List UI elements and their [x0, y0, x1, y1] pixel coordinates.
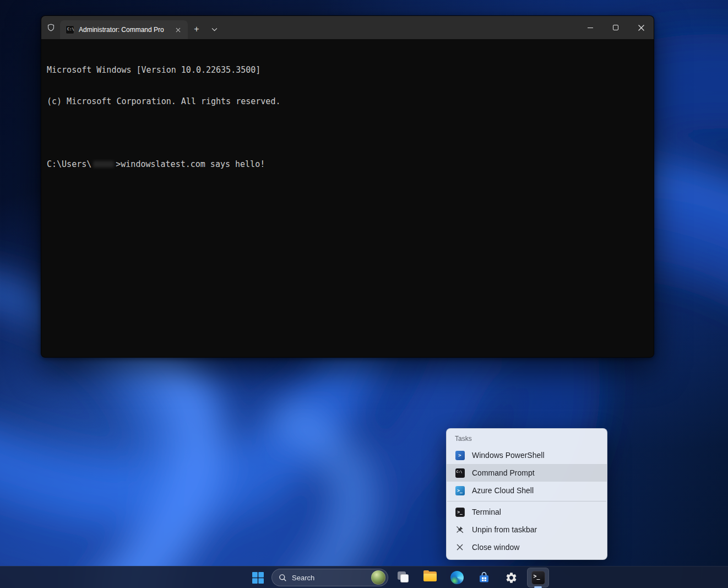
new-tab-button[interactable]: +	[189, 21, 204, 37]
azure-cloud-shell-icon: >_	[455, 485, 465, 495]
taskbar-jump-list: Tasks > Windows PowerShell C:\ Command P…	[446, 428, 607, 560]
cmd-icon: C:\	[66, 25, 74, 34]
jump-list-separator	[447, 501, 606, 501]
terminal-window: C:\ Administrator: Command Pro + Microso…	[41, 15, 654, 358]
tab-administrator-command-prompt[interactable]: C:\ Administrator: Command Pro	[60, 20, 188, 39]
cmd-icon: C:\	[455, 468, 465, 478]
jump-list-item-label: Unpin from taskbar	[472, 525, 537, 534]
jump-list-item-windows-powershell[interactable]: > Windows PowerShell	[447, 446, 607, 464]
jump-list-item-label: Windows PowerShell	[472, 451, 545, 460]
maximize-icon	[613, 25, 618, 30]
redacted-username	[93, 161, 114, 168]
jump-list-item-unpin-from-taskbar[interactable]: Unpin from taskbar	[447, 521, 607, 538]
close-icon	[638, 25, 644, 31]
taskbar: Search	[0, 566, 728, 588]
tab-close-icon[interactable]	[172, 24, 183, 35]
jump-list-item-label: Terminal	[472, 508, 501, 516]
jump-list-header: Tasks	[447, 429, 607, 446]
task-view-button[interactable]	[391, 567, 415, 588]
maximize-button[interactable]	[603, 16, 628, 39]
terminal-output-line: Microsoft Windows [Version 10.0.22635.35…	[47, 65, 648, 75]
prompt-message: >windowslatest.com says hello!	[116, 159, 265, 169]
terminal-titlebar[interactable]: C:\ Administrator: Command Pro +	[41, 16, 654, 39]
terminal-icon: >_	[531, 571, 545, 585]
jump-list-item-azure-cloud-shell[interactable]: >_ Azure Cloud Shell	[447, 482, 607, 499]
tab-title: Administrator: Command Pro	[79, 26, 168, 34]
terminal-prompt-line: C:\Users\>windowslatest.com says hello!	[47, 159, 648, 170]
taskbar-center-group: Search	[247, 567, 550, 588]
search-icon	[279, 574, 287, 582]
edge-browser-button[interactable]	[445, 567, 469, 588]
powershell-icon: >	[455, 450, 465, 460]
jump-list-item-terminal[interactable]: >_ Terminal	[447, 503, 607, 521]
terminal-output-line: (c) Microsoft Corporation. All rights re…	[47, 96, 648, 107]
terminal-blank-line	[47, 128, 648, 138]
settings-gear-icon	[505, 571, 518, 584]
tab-dropdown-button[interactable]	[207, 21, 222, 37]
settings-button[interactable]	[499, 567, 523, 588]
search-label: Search	[292, 574, 366, 582]
prompt-path: C:\Users\	[47, 159, 91, 169]
edge-icon	[450, 571, 464, 584]
unpin-icon	[455, 525, 465, 535]
terminal-icon: >_	[455, 507, 465, 517]
terminal-screen[interactable]: Microsoft Windows [Version 10.0.22635.35…	[41, 39, 654, 357]
start-button[interactable]	[247, 567, 269, 588]
jump-list-item-command-prompt[interactable]: C:\ Command Prompt	[447, 464, 607, 482]
close-button[interactable]	[628, 16, 654, 39]
microsoft-store-button[interactable]	[472, 567, 496, 588]
window-controls	[578, 16, 654, 39]
jump-list-item-label: Close window	[472, 543, 519, 552]
jump-list-item-label: Azure Cloud Shell	[472, 486, 534, 495]
minimize-icon	[588, 28, 593, 28]
jump-list-item-close-window[interactable]: Close window	[447, 538, 607, 556]
close-icon	[455, 542, 465, 552]
admin-shield-icon	[41, 16, 60, 39]
bing-daily-image-thumbnail[interactable]	[371, 570, 385, 585]
microsoft-store-icon	[477, 571, 491, 584]
search-box[interactable]: Search	[271, 569, 388, 586]
file-explorer-button[interactable]	[418, 567, 442, 588]
terminal-taskbar-button[interactable]: >_	[526, 567, 550, 588]
desktop-wallpaper: C:\ Administrator: Command Pro + Microso…	[0, 0, 728, 588]
minimize-button[interactable]	[578, 16, 603, 39]
windows-logo-icon	[252, 572, 264, 584]
jump-list-item-label: Command Prompt	[472, 468, 535, 477]
